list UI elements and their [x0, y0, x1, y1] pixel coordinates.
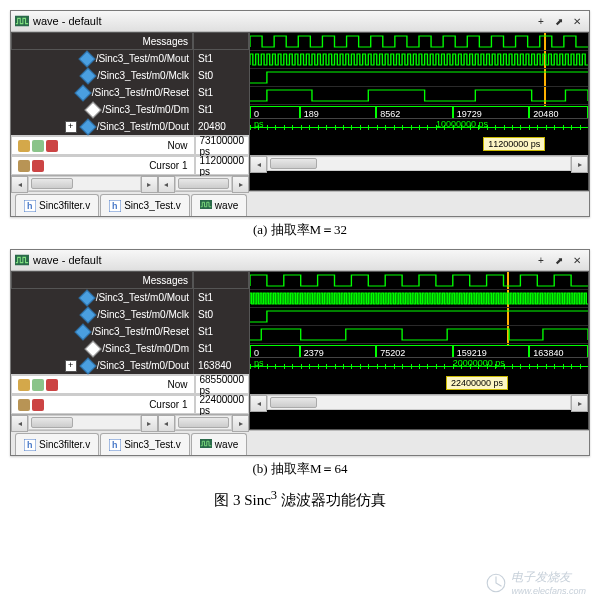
- tool-icon[interactable]: [18, 379, 30, 391]
- signal-value: St1: [193, 289, 249, 306]
- signal-diamond-icon: [77, 87, 89, 99]
- cursor-readout: 22400000 ps: [446, 376, 508, 390]
- cursor-row: Cursor 1 22400000 ps: [11, 394, 249, 414]
- scroll-right-icon[interactable]: ▸: [141, 415, 158, 432]
- waveform-panel[interactable]: 018985621972920480 ps 10000000 ps 112000…: [249, 32, 589, 191]
- expand-icon[interactable]: +: [65, 360, 77, 372]
- signal-value: St1: [193, 323, 249, 340]
- tab-label: wave: [215, 200, 238, 211]
- dm-wave: [250, 328, 588, 341]
- tab-wave[interactable]: wave: [191, 194, 247, 216]
- titlebar[interactable]: wave - default + ⬈ ✕: [11, 11, 589, 32]
- tool-icon[interactable]: [18, 399, 30, 411]
- subcaption: (a) 抽取率M＝32: [10, 221, 590, 239]
- svg-text:h: h: [27, 201, 33, 211]
- tab-Sinc3_Testv[interactable]: hSinc3_Test.v: [100, 194, 190, 216]
- signal-row[interactable]: /Sinc3_Test/m0/Dm St1: [11, 101, 249, 118]
- scroll-left-icon[interactable]: ◂: [250, 156, 267, 173]
- tab-Sinc3filterv[interactable]: hSinc3filter.v: [15, 433, 99, 455]
- time-ruler: ps 20000000 ps 22400000 ps: [250, 357, 588, 394]
- clock-wave: [250, 274, 588, 287]
- tool-icon[interactable]: [46, 379, 58, 391]
- close-icon[interactable]: ✕: [569, 13, 585, 29]
- tab-label: wave: [215, 439, 238, 450]
- scrollbar-left[interactable]: ◂ ▸ ◂ ▸: [11, 414, 249, 430]
- dock-icon[interactable]: ⬈: [551, 252, 567, 268]
- add-icon[interactable]: +: [533, 252, 549, 268]
- signal-row[interactable]: /Sinc3_Test/m0/Reset St1: [11, 84, 249, 101]
- scrollbar-wave[interactable]: ◂ ▸: [250, 394, 588, 410]
- signal-row[interactable]: /Sinc3_Test/m0/Reset St1: [11, 323, 249, 340]
- figure-caption: 图 3 Sinc3 滤波器功能仿真: [10, 488, 590, 510]
- tool-icon[interactable]: [32, 399, 44, 411]
- scroll-left-icon[interactable]: ◂: [11, 176, 28, 193]
- window-title: wave - default: [33, 15, 533, 27]
- tab-label: Sinc3filter.v: [39, 200, 90, 211]
- window-controls: + ⬈ ✕: [533, 13, 585, 29]
- titlebar[interactable]: wave - default + ⬈ ✕: [11, 250, 589, 271]
- clock-wave: [250, 292, 588, 305]
- tool-icon[interactable]: [18, 160, 30, 172]
- tool-icon[interactable]: [32, 160, 44, 172]
- reset-wave: [250, 310, 588, 323]
- tool-icon[interactable]: [32, 140, 44, 152]
- svg-text:h: h: [112, 440, 118, 450]
- signal-row[interactable]: /Sinc3_Test/m0/Mout St1: [11, 289, 249, 306]
- signal-diamond-icon: [82, 70, 94, 82]
- scroll-right-icon[interactable]: ▸: [232, 415, 249, 432]
- signal-name: /Sinc3_Test/m0/Dm: [11, 101, 193, 118]
- tool-icon[interactable]: [32, 379, 44, 391]
- dock-icon[interactable]: ⬈: [551, 13, 567, 29]
- scroll-right-icon[interactable]: ▸: [571, 395, 588, 412]
- signal-value: St1: [193, 101, 249, 118]
- now-row: Now 68550000 ps: [11, 374, 249, 394]
- tool-icon[interactable]: [46, 140, 58, 152]
- messages-header: Messages: [11, 32, 193, 50]
- scroll-left-icon[interactable]: ◂: [250, 395, 267, 412]
- tab-Sinc3_Testv[interactable]: hSinc3_Test.v: [100, 433, 190, 455]
- scroll-right-icon[interactable]: ▸: [141, 176, 158, 193]
- signal-name: +/Sinc3_Test/m0/Dout: [11, 118, 193, 135]
- tab-label: Sinc3_Test.v: [124, 439, 181, 450]
- signal-name: /Sinc3_Test/m0/Reset: [11, 84, 193, 101]
- add-icon[interactable]: +: [533, 13, 549, 29]
- svg-text:h: h: [27, 440, 33, 450]
- tab-bar: hSinc3filter.vhSinc3_Test.vwave: [11, 191, 589, 216]
- wave-window: wave - default + ⬈ ✕ Messages /Sinc3_Tes…: [10, 249, 590, 456]
- signal-name: +/Sinc3_Test/m0/Dout: [11, 357, 193, 374]
- clock-wave: [250, 35, 588, 48]
- tab-Sinc3filterv[interactable]: hSinc3filter.v: [15, 194, 99, 216]
- signal-diamond-icon: [87, 343, 99, 355]
- signal-row[interactable]: /Sinc3_Test/m0/Mclk St0: [11, 306, 249, 323]
- signal-diamond-icon: [81, 292, 93, 304]
- signal-name: /Sinc3_Test/m0/Mout: [11, 50, 193, 67]
- expand-icon[interactable]: +: [65, 121, 77, 133]
- tab-label: Sinc3_Test.v: [124, 200, 181, 211]
- signal-row[interactable]: /Sinc3_Test/m0/Dm St1: [11, 340, 249, 357]
- window-title: wave - default: [33, 254, 533, 266]
- signal-row[interactable]: +/Sinc3_Test/m0/Dout 20480: [11, 118, 249, 135]
- tab-wave[interactable]: wave: [191, 433, 247, 455]
- scroll-left-icon[interactable]: ◂: [11, 415, 28, 432]
- scrollbar-wave[interactable]: ◂ ▸: [250, 155, 588, 171]
- svg-text:h: h: [112, 201, 118, 211]
- signal-list-panel: Messages /Sinc3_Test/m0/Mout St1 /Sinc3_…: [11, 32, 249, 191]
- signal-row[interactable]: /Sinc3_Test/m0/Mout St1: [11, 50, 249, 67]
- scroll-left-icon[interactable]: ◂: [158, 176, 175, 193]
- signal-row[interactable]: +/Sinc3_Test/m0/Dout 163840: [11, 357, 249, 374]
- now-value: 68550000 ps: [195, 375, 250, 394]
- scroll-left-icon[interactable]: ◂: [158, 415, 175, 432]
- scrollbar-left[interactable]: ◂ ▸ ◂ ▸: [11, 175, 249, 191]
- signal-row[interactable]: /Sinc3_Test/m0/Mclk St0: [11, 67, 249, 84]
- waveform-panel[interactable]: 0237975202159219163840 ps 20000000 ps 22…: [249, 271, 589, 430]
- reset-wave: [250, 71, 588, 84]
- signal-diamond-icon: [77, 326, 89, 338]
- now-label: Now: [11, 375, 195, 394]
- scroll-right-icon[interactable]: ▸: [571, 156, 588, 173]
- scroll-right-icon[interactable]: ▸: [232, 176, 249, 193]
- signal-name: /Sinc3_Test/m0/Mout: [11, 289, 193, 306]
- signal-value: St1: [193, 50, 249, 67]
- close-icon[interactable]: ✕: [569, 252, 585, 268]
- signal-diamond-icon: [81, 53, 93, 65]
- tool-icon[interactable]: [18, 140, 30, 152]
